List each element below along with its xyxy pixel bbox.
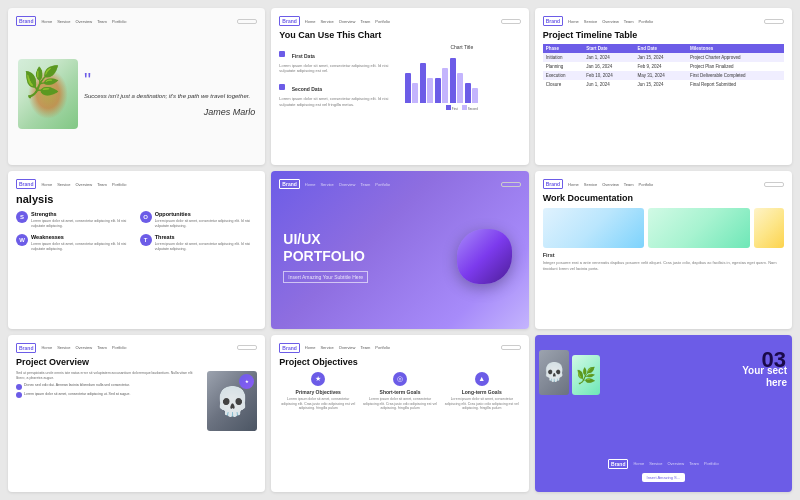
cell-phase: Closure [543, 80, 584, 89]
cell-milestone: Project Charter Approved [687, 53, 784, 62]
slide9-image-nature [572, 355, 600, 395]
opportunities-icon: O [140, 211, 152, 223]
table-header-row: Phase Start Date End Date Milestones [543, 44, 784, 53]
col-milestone: Milestones [687, 44, 784, 53]
cell-end: Feb 9, 2024 [635, 62, 687, 71]
portfolio-orb [457, 229, 512, 284]
bullet-icon-2 [16, 392, 22, 398]
bar-group-3 [435, 68, 448, 103]
legend-text-1: Lorem ipsum dolor sit amet, consectetur … [279, 63, 397, 73]
slide-section: Brand Home Service Overview Team Portfol… [535, 335, 792, 492]
weaknesses-text-area: Weaknesses Lorem ipsum dolor sit amet, c… [31, 234, 134, 252]
slide-grid: Brand Home Service Overview Team Portfol… [8, 8, 792, 492]
cell-start: Jan 1, 2024 [583, 53, 634, 62]
strengths-icon: S [16, 211, 28, 223]
chart-legend-s1: First [446, 105, 458, 111]
slide7-nav: Brand Home Service Overview Team Portfol… [16, 343, 257, 353]
slide1-decorative-image [18, 59, 78, 129]
cell-start: Feb 10, 2024 [583, 71, 634, 80]
strengths-text-area: Strengths Lorem ipsum dolor sit amet, co… [31, 211, 134, 229]
bar-5b [472, 88, 478, 103]
slide5-nav: Brand Home Service Overview Team Portfol… [279, 179, 520, 189]
analysis-title: nalysis [16, 193, 257, 205]
slide1-logo: Brand [16, 16, 36, 26]
slide2-logo: Brand [279, 16, 299, 26]
legend-label-1: First Data [292, 53, 315, 59]
obj-col-long: ▲ Long-term Goals Lorem ipsum dolor sit … [443, 372, 521, 412]
slide-portfolio: Brand Home Service Overview Team Portfol… [271, 171, 528, 328]
bar-2b [427, 78, 433, 103]
weaknesses-title: Weaknesses [31, 234, 134, 240]
slide2-nav-search [501, 19, 521, 24]
overview-bullet-1: Donec sed odio dui. Aenean lacinia biben… [16, 383, 202, 390]
overview-intro: Sed ut perspiciatis unde omnis iste natu… [16, 371, 202, 381]
primary-obj-icon: ★ [311, 372, 325, 386]
swot-strengths: S Strengths Lorem ipsum dolor sit amet, … [16, 211, 134, 229]
slide1-text-area: " Success isn't just a destination; it's… [84, 70, 255, 116]
bar-group-5 [465, 83, 478, 103]
opportunities-text-area: Opportunities Lorem ipsum dolor sit amet… [155, 211, 258, 229]
long-goal-icon: ▲ [475, 372, 489, 386]
primary-obj-title: Primary Objectives [279, 389, 357, 395]
quote-mark-icon: " [84, 70, 255, 90]
bar-group-1 [405, 73, 418, 103]
slide9-image-skull [539, 350, 569, 395]
opportunities-text: Lorem ipsum dolor sit amet, consectetur … [155, 219, 258, 229]
chart-legend: First Data Lorem ipsum dolor sit amet, c… [279, 44, 397, 111]
slide1-nav-team: Team [97, 19, 107, 24]
cell-milestone: Final Report Submitted [687, 80, 784, 89]
short-goal-title: Short-term Goals [361, 389, 439, 395]
chart-legend-small: First Second [403, 105, 521, 111]
cell-start: Jun 1, 2024 [583, 80, 634, 89]
timeline-title: Project Timeline Table [543, 30, 784, 40]
slide-analysis: Brand Home Service Overview Team Portfol… [8, 171, 265, 328]
portfolio-content: UI/UXPORTFOLIO Insert Amazing Your Subti… [279, 193, 520, 320]
cell-milestone: Project Plan Finalized [687, 62, 784, 71]
bullet-text-2: Lorem ipsum dolor sit amet, consectetur … [24, 392, 130, 397]
author-name: James Marlo [84, 107, 255, 117]
opportunities-title: Opportunities [155, 211, 258, 217]
swot-left: S Strengths Lorem ipsum dolor sit amet, … [16, 211, 134, 257]
slide3-logo: Brand [543, 16, 563, 26]
slide3-nav-search [764, 19, 784, 24]
objectives-cols: ★ Primary Objectives Lorem ipsum dolor s… [279, 372, 520, 412]
bar-3a [435, 78, 441, 103]
slide9-nav: Brand Home Service Overview Team Portfol… [608, 459, 719, 469]
short-goal-text: Lorem ipsum dolor sit amet, consectetur … [361, 397, 439, 412]
swot-right: O Opportunities Lorem ipsum dolor sit am… [140, 211, 258, 257]
weaknesses-text: Lorem ipsum dolor sit amet, consectetur … [31, 242, 134, 252]
slide1-nav: Brand Home Service Overview Team Portfol… [16, 16, 257, 26]
obj-col-short: ◎ Short-term Goals Lorem ipsum dolor sit… [361, 372, 439, 412]
legend-item-2: Second Data Lorem ipsum dolor sit amet, … [279, 77, 397, 106]
long-goal-text: Lorem ipsum dolor sit amet, consectetur … [443, 397, 521, 412]
chart-content: First Data Lorem ipsum dolor sit amet, c… [279, 44, 520, 111]
cell-phase: Planning [543, 62, 584, 71]
slide-work-docs: Brand Home Service Overview Team Portfol… [535, 171, 792, 328]
slide8-nav-search [501, 345, 521, 350]
objectives-title: Project Objectives [279, 357, 520, 367]
slide1-nav-overview: Overview [75, 19, 92, 24]
slide6-nav: Brand Home Service Overview Team Portfol… [543, 179, 784, 189]
portfolio-text: UI/UXPORTFOLIO Insert Amazing Your Subti… [283, 231, 445, 283]
threats-icon: T [140, 234, 152, 246]
long-goal-title: Long-term Goals [443, 389, 521, 395]
bar-1a [405, 73, 411, 103]
slide-timeline: Brand Home Service Overview Team Portfol… [535, 8, 792, 165]
strengths-title: Strengths [31, 211, 134, 217]
slide9-section-text: Your secthere [742, 365, 787, 389]
col-phase: Phase [543, 44, 584, 53]
chart-legend-s2: Second [462, 105, 478, 111]
slide9-cta-button[interactable]: Insert Amazing S... [642, 473, 686, 482]
work-docs-images [543, 208, 784, 248]
slide6-logo: Brand [543, 179, 563, 189]
slide9-logo: Brand [608, 459, 628, 469]
col-start: Start Date [583, 44, 634, 53]
portfolio-orb-image [452, 224, 517, 289]
chart-bars-container [403, 53, 521, 103]
slide4-nav: Brand Home Service Overview Team Portfol… [16, 179, 257, 189]
cell-end: Jan 15, 2024 [635, 53, 687, 62]
strengths-text: Lorem ipsum dolor sit amet, consectetur … [31, 219, 134, 229]
slide8-nav: Brand Home Service Overview Team Portfol… [279, 343, 520, 353]
work-docs-title: Work Documentation [543, 193, 784, 203]
project-overview-content: Sed ut perspiciatis unde omnis iste natu… [16, 371, 257, 431]
